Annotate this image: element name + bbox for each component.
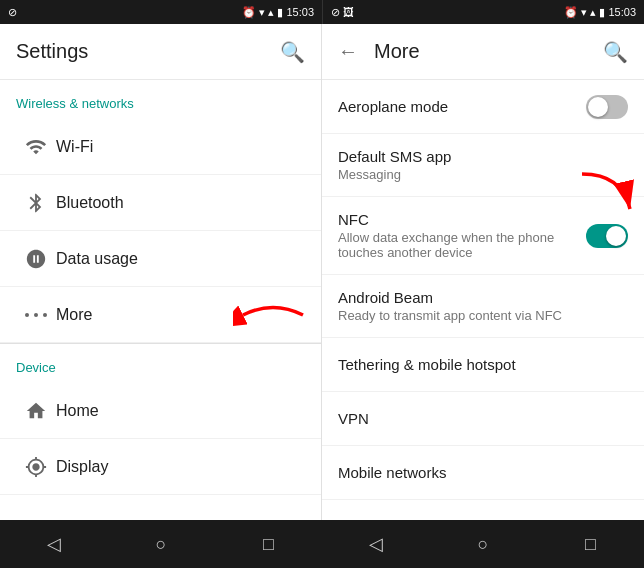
nfc-label: NFC bbox=[338, 211, 586, 228]
bluetooth-item[interactable]: Bluetooth bbox=[0, 175, 321, 231]
search-button[interactable]: 🔍 bbox=[280, 40, 305, 64]
default-sms-label: Default SMS app bbox=[338, 148, 628, 165]
more-icon bbox=[16, 311, 56, 319]
android-beam-item[interactable]: Android Beam Ready to transmit app conte… bbox=[322, 275, 644, 338]
bluetooth-label: Bluetooth bbox=[56, 194, 305, 212]
data-usage-icon bbox=[16, 248, 56, 270]
data-usage-item[interactable]: Data usage bbox=[0, 231, 321, 287]
wifi-label: Wi-Fi bbox=[56, 138, 305, 156]
right-nav-bar: ◁ ○ □ bbox=[322, 520, 644, 568]
display-icon bbox=[16, 456, 56, 478]
mobile-networks-item[interactable]: Mobile networks bbox=[322, 446, 644, 500]
nfc-toggle[interactable] bbox=[586, 224, 628, 248]
left-status-bar: ⊘ ⏰ ▾ ▴ ▮ 15:03 bbox=[0, 0, 322, 24]
svg-point-2 bbox=[43, 313, 47, 317]
nfc-item[interactable]: NFC Allow data exchange when the phone t… bbox=[322, 197, 644, 275]
signal-icon: ▾ bbox=[259, 6, 265, 19]
home-label: Home bbox=[56, 402, 305, 420]
settings-top-bar: Settings 🔍 bbox=[0, 24, 321, 80]
tethering-label: Tethering & mobile hotspot bbox=[338, 356, 628, 373]
settings-title: Settings bbox=[16, 40, 280, 63]
battery-icon-r: ▮ bbox=[599, 6, 605, 19]
recents-nav-icon[interactable]: □ bbox=[248, 524, 288, 564]
mobile-networks-label: Mobile networks bbox=[338, 464, 628, 481]
aeroplane-label: Aeroplane mode bbox=[338, 98, 586, 115]
emergency-label: Emergency broadcasts bbox=[338, 518, 628, 520]
android-beam-subtitle: Ready to transmit app content via NFC bbox=[338, 308, 628, 323]
vpn-label: VPN bbox=[338, 410, 628, 427]
home-item[interactable]: Home bbox=[0, 383, 321, 439]
back-nav-icon-r[interactable]: ◁ bbox=[356, 524, 396, 564]
back-nav-icon[interactable]: ◁ bbox=[34, 524, 74, 564]
wifi-icon bbox=[16, 136, 56, 158]
aeroplane-toggle[interactable] bbox=[586, 95, 628, 119]
alarm-icon: ⏰ bbox=[242, 6, 256, 19]
svg-point-0 bbox=[25, 313, 29, 317]
battery-icon: ▮ bbox=[277, 6, 283, 19]
nfc-subtitle: Allow data exchange when the phone touch… bbox=[338, 230, 586, 260]
tethering-item[interactable]: Tethering & mobile hotspot bbox=[322, 338, 644, 392]
bluetooth-icon bbox=[16, 192, 56, 214]
home-icon bbox=[16, 400, 56, 422]
left-time: 15:03 bbox=[286, 6, 314, 18]
right-status-icon: ⊘ 🖼 bbox=[331, 6, 354, 19]
aeroplane-item[interactable]: Aeroplane mode bbox=[322, 80, 644, 134]
display-label: Display bbox=[56, 458, 305, 476]
right-time: 15:03 bbox=[608, 6, 636, 18]
vpn-item[interactable]: VPN bbox=[322, 392, 644, 446]
home-nav-icon-r[interactable]: ○ bbox=[463, 524, 503, 564]
wifi-status-icon: ▴ bbox=[268, 6, 274, 19]
more-top-bar: ← More 🔍 bbox=[322, 24, 644, 80]
svg-point-1 bbox=[34, 313, 38, 317]
wifi-status-icon-r: ▴ bbox=[590, 6, 596, 19]
wireless-section-header: Wireless & networks bbox=[0, 80, 321, 119]
more-item[interactable]: More bbox=[0, 287, 321, 343]
signal-icon-r: ▾ bbox=[581, 6, 587, 19]
wifi-item[interactable]: Wi-Fi bbox=[0, 119, 321, 175]
display-item[interactable]: Display bbox=[0, 439, 321, 495]
data-usage-label: Data usage bbox=[56, 250, 305, 268]
more-title: More bbox=[374, 40, 603, 63]
recents-nav-icon-r[interactable]: □ bbox=[570, 524, 610, 564]
alarm-icon-r: ⏰ bbox=[564, 6, 578, 19]
back-button[interactable]: ← bbox=[338, 40, 358, 63]
red-arrow-nfc bbox=[572, 169, 642, 224]
android-beam-label: Android Beam bbox=[338, 289, 628, 306]
search-button-right[interactable]: 🔍 bbox=[603, 40, 628, 64]
home-nav-icon[interactable]: ○ bbox=[141, 524, 181, 564]
emergency-item[interactable]: Emergency broadcasts bbox=[322, 500, 644, 520]
right-status-bar: ⊘ 🖼 ⏰ ▾ ▴ ▮ 15:03 bbox=[322, 0, 644, 24]
left-nav-bar: ◁ ○ □ bbox=[0, 520, 322, 568]
device-section-header: Device bbox=[0, 344, 321, 383]
red-arrow-more bbox=[233, 295, 313, 335]
left-status-icon: ⊘ bbox=[8, 6, 17, 19]
